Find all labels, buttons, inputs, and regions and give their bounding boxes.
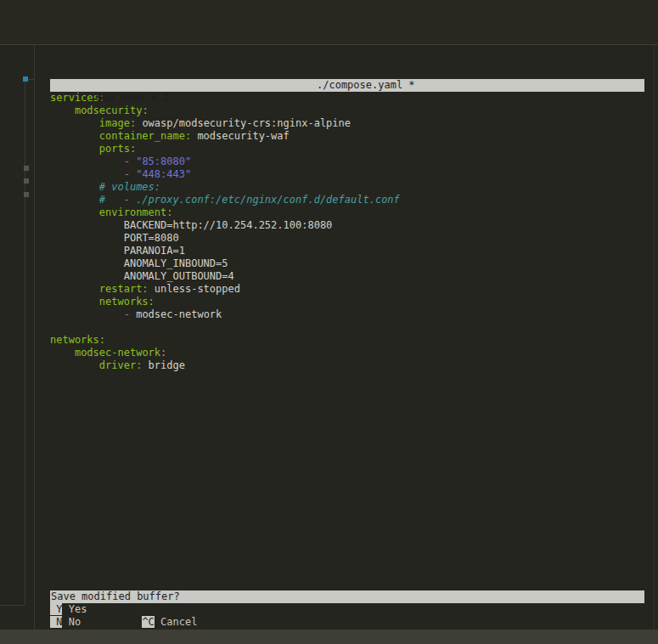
code-token: modsec-network (130, 308, 222, 320)
code-token: - (124, 308, 130, 320)
code-token: "448:443" (136, 168, 191, 180)
code-line: PORT=8080 (50, 232, 644, 245)
code-line: - "448:443" (50, 168, 644, 181)
code-line: BACKEND=http://10.254.252.100:8080 (50, 219, 644, 232)
code-token: PORT=8080 (124, 232, 179, 244)
code-token: bridge (142, 359, 185, 371)
window-right-edge (654, 45, 655, 630)
code-token: ANOMALY_OUTBOUND=4 (124, 270, 234, 282)
nano-titlebar: GNU nano 6.2 ./compose.yaml * (50, 79, 644, 92)
code-line: ANOMALY_INBOUND=5 (50, 257, 644, 270)
code-token (50, 347, 75, 359)
gray-square-marker (24, 178, 29, 184)
gray-square-marker (24, 192, 29, 197)
code-token: - (124, 155, 130, 167)
code-token: modsec-network: (75, 347, 166, 359)
code-line: container_name: modsecurity-waf (50, 130, 644, 143)
code-token: networks: (50, 334, 105, 346)
prompt-option-row: N No ^C Cancel (50, 616, 644, 629)
code-token: - (124, 168, 130, 180)
code-token (50, 219, 124, 231)
code-line: - "85:8080" (50, 155, 644, 168)
prompt-key-cancel: ^C (142, 616, 154, 628)
code-token (50, 308, 124, 320)
code-token: "85:8080" (136, 155, 191, 167)
code-token: ports: (99, 143, 136, 155)
code-line: ports: (50, 143, 644, 155)
nano-prompt: Save modified buffer? Y Yes N No ^C Canc… (50, 590, 644, 629)
code-token (50, 168, 124, 180)
code-token: # volumes: (99, 181, 160, 193)
code-line: modsec-network: (50, 347, 644, 359)
code-line: - modsec-network (50, 308, 644, 321)
code-token: modsecurity-waf (191, 130, 290, 142)
code-token (50, 155, 124, 167)
desktop: GNU nano 6.2 ./compose.yaml * services: … (0, 0, 658, 644)
gray-square-marker (24, 166, 29, 171)
prompt-label-yes: Yes (62, 603, 87, 615)
code-token: environment: (99, 206, 173, 218)
gutter-tick-bottom (0, 605, 25, 606)
prompt-question-bar: Save modified buffer? (50, 590, 644, 603)
window-top-bar (0, 0, 658, 45)
code-line: modsecurity: (50, 105, 644, 117)
code-token (50, 232, 124, 244)
code-line: PARANOIA=1 (50, 245, 644, 257)
code-token: unless-stopped (149, 283, 240, 295)
code-token: # - ./proxy.conf:/etc/nginx/conf.d/defau… (99, 194, 400, 206)
code-token (50, 181, 99, 193)
gutter-line-outer (34, 45, 35, 630)
code-token: image: (99, 117, 136, 129)
nano-version: GNU nano 6.2 (87, 92, 169, 104)
code-line: environment: (50, 206, 644, 219)
code-line: networks: (50, 334, 644, 347)
prompt-option-row: Y Yes (50, 603, 644, 616)
code-token (50, 296, 99, 308)
code-line: networks: (50, 296, 644, 308)
code-token (50, 359, 99, 371)
code-token: owasp/modsecurity-crs:nginx-alpine (136, 117, 351, 129)
editor-content[interactable]: services: modsecurity: image: owasp/mods… (50, 92, 644, 372)
code-token (50, 257, 124, 269)
code-line: # volumes: (50, 181, 644, 194)
code-token (50, 143, 99, 155)
prompt-key-no: N (50, 616, 62, 628)
code-token: networks: (99, 296, 155, 308)
gutter-line-inner (25, 79, 25, 605)
code-token (50, 283, 99, 295)
code-token (50, 194, 99, 206)
desktop-taskbar[interactable] (0, 630, 658, 644)
code-token: driver: (99, 359, 143, 371)
prompt-spacer (81, 616, 142, 628)
prompt-label-cancel: Cancel (155, 616, 198, 628)
prompt-label-no: No (62, 616, 81, 628)
code-line: driver: bridge (50, 359, 644, 372)
code-token: container_name: (99, 130, 191, 142)
cyan-square-marker (23, 76, 28, 82)
code-token: ANOMALY_INBOUND=5 (124, 257, 228, 269)
code-line: image: owasp/modsecurity-crs:nginx-alpin… (50, 117, 644, 130)
nano-filename: ./compose.yaml * (317, 79, 415, 92)
code-token (50, 130, 99, 142)
code-token (50, 270, 124, 282)
prompt-key-yes: Y (50, 603, 62, 615)
terminal-window[interactable]: GNU nano 6.2 ./compose.yaml * services: … (50, 79, 644, 627)
code-token: BACKEND=http://10.254.252.100:8080 (124, 219, 333, 231)
code-line: ANOMALY_OUTBOUND=4 (50, 270, 644, 283)
code-line: restart: unless-stopped (50, 283, 644, 296)
code-line (50, 321, 644, 334)
code-token (50, 206, 99, 218)
code-token: restart: (99, 283, 149, 295)
code-line: # - ./proxy.conf:/etc/nginx/conf.d/defau… (50, 194, 644, 206)
code-token: PARANOIA=1 (124, 245, 185, 257)
code-token (50, 245, 124, 257)
